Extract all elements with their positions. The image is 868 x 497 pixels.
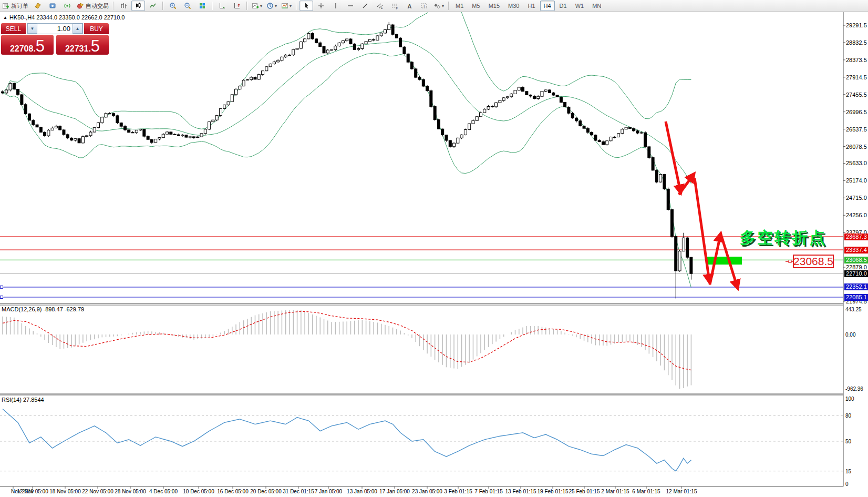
toolbar-separator	[246, 2, 247, 10]
volume-down-button[interactable]: ▼	[27, 24, 37, 34]
toolbar-item-label: 新订单	[11, 2, 28, 10]
timeframe-button-M5[interactable]: M5	[468, 1, 483, 11]
candle-chart-button[interactable]	[131, 1, 145, 11]
trendline-icon	[361, 2, 369, 9]
sell-price-frac: 5	[36, 40, 45, 53]
price-callout-text: 23068.5	[793, 255, 833, 267]
cursor-button[interactable]	[299, 1, 313, 11]
autoscroll-button[interactable]	[215, 1, 229, 11]
text-icon: A	[406, 2, 413, 9]
bar-chart-button[interactable]	[117, 1, 130, 11]
bollinger-band-lower	[3, 53, 691, 288]
svg-text:T: T	[423, 4, 426, 8]
template-icon	[281, 2, 288, 9]
new-chart-icon	[252, 2, 259, 9]
yellow-tag-button[interactable]	[31, 1, 45, 11]
chevron-down-icon: ▾	[275, 4, 277, 8]
timeframe-button-W1[interactable]: W1	[572, 1, 588, 11]
toolbar-separator	[212, 2, 213, 10]
candles	[2, 22, 693, 299]
macd-panel[interactable]	[3, 310, 691, 389]
signals-icon	[64, 2, 71, 9]
timeframe-button-MN[interactable]: MN	[588, 1, 605, 11]
hline-anchor[interactable]	[1, 296, 3, 299]
timeframe-button-D1[interactable]: D1	[556, 1, 571, 11]
volume-up-button[interactable]: ▲	[73, 24, 82, 34]
hline-button[interactable]	[344, 1, 357, 11]
vline-button[interactable]	[329, 1, 343, 11]
timeframe-button-M30[interactable]: M30	[504, 1, 523, 11]
shapes-icon	[433, 2, 441, 9]
fibo-icon: F	[391, 2, 398, 9]
chevron-down-icon: ▾	[290, 4, 292, 8]
trade-watch-icon	[49, 2, 56, 9]
trade-watch-button[interactable]	[46, 1, 59, 11]
green-highlight-rect[interactable]	[707, 257, 742, 265]
symbol-title: ▲ HK50-,H4 23344.0 23350.0 22662.0 22710…	[3, 14, 125, 21]
template-button[interactable]: ▾	[280, 1, 293, 11]
crosshair-button[interactable]	[314, 1, 328, 11]
autoscroll-icon	[219, 2, 226, 9]
periods-button[interactable]: ▾	[265, 1, 278, 11]
tile-windows-button[interactable]	[195, 1, 209, 11]
toolbar-item-label: 自动交易	[86, 2, 109, 10]
tile-windows-icon	[199, 2, 206, 9]
time-axis[interactable]	[0, 487, 843, 497]
timeframe-button-M15[interactable]: M15	[485, 1, 503, 11]
line-chart-icon	[149, 2, 157, 9]
text-button[interactable]: A	[402, 1, 416, 11]
trendline-button[interactable]	[358, 1, 372, 11]
zoom-in-button[interactable]	[166, 1, 180, 11]
channel-icon: E	[376, 2, 384, 9]
label-icon: T	[420, 2, 428, 9]
crosshair-icon	[317, 2, 325, 9]
one-click-trade-panel: SELL ▼ ▲ BUY 22708.5 22731.5	[1, 22, 109, 55]
shapes-button[interactable]: ▾	[432, 1, 446, 11]
chart-shift-icon	[233, 2, 241, 9]
channel-button[interactable]: E	[373, 1, 387, 11]
buy-price-main: 22731	[65, 45, 89, 53]
buy-button[interactable]: BUY	[84, 23, 109, 34]
fibo-button[interactable]: F	[388, 1, 401, 11]
rsi-panel[interactable]	[0, 409, 843, 471]
new-order-button[interactable]: 新订单	[1, 1, 30, 11]
chart-canvas[interactable]: 多空转折点多空转折点23068.5	[0, 0, 868, 497]
cursor-icon	[303, 2, 310, 9]
buy-price-block[interactable]: 22731.5	[56, 35, 109, 55]
new-chart-button[interactable]: ▾	[250, 1, 264, 11]
turning-point-text[interactable]: 多空转折点	[740, 229, 826, 246]
toolbar-separator	[162, 2, 163, 10]
trend-arrow-segment-3[interactable]	[695, 178, 709, 281]
timeframe-button-H1[interactable]: H1	[524, 1, 539, 11]
mt4-window: 新订单自动交易▾▾▾EFAT▾M1M5M15M30H1H4D1W1MN 多空转折…	[0, 0, 868, 497]
autotrading-button[interactable]: 自动交易	[75, 1, 110, 11]
periods-icon	[266, 2, 274, 9]
volume-input[interactable]	[37, 24, 73, 34]
label-button[interactable]: T	[417, 1, 431, 11]
sell-button[interactable]: SELL	[1, 23, 26, 34]
toolbar: 新订单自动交易▾▾▾EFAT▾M1M5M15M30H1H4D1W1MN	[0, 0, 868, 12]
sell-price-block[interactable]: 22708.5	[1, 35, 54, 55]
zoom-out-button[interactable]	[181, 1, 194, 11]
symbol-title-text: HK50-,H4 23344.0 23350.0 22662.0 22710.0	[9, 14, 125, 21]
chart-shift-button[interactable]	[230, 1, 244, 11]
toolbar-separator	[296, 2, 297, 10]
rsi-line	[3, 409, 691, 471]
signals-button[interactable]	[60, 1, 74, 11]
price-axis[interactable]	[844, 12, 868, 486]
timeframe-button-M1[interactable]: M1	[452, 1, 467, 11]
sell-price-main: 22708	[10, 45, 34, 53]
timeframe-button-H4[interactable]: H4	[540, 1, 555, 11]
svg-text:F: F	[396, 7, 398, 10]
new-order-icon	[2, 2, 9, 9]
bar-chart-icon	[120, 2, 127, 9]
trend-arrow-segment-1[interactable]	[666, 121, 680, 191]
trend-arrow-segment-2[interactable]	[679, 175, 693, 195]
toolbar-separator	[448, 2, 449, 10]
volume-stepper: ▼ ▲	[27, 23, 83, 34]
yellow-tag-icon	[34, 2, 42, 9]
line-chart-button[interactable]	[146, 1, 160, 11]
hline-icon	[347, 2, 354, 9]
hline-anchor[interactable]	[1, 286, 3, 288]
candle-chart-icon	[135, 2, 142, 9]
